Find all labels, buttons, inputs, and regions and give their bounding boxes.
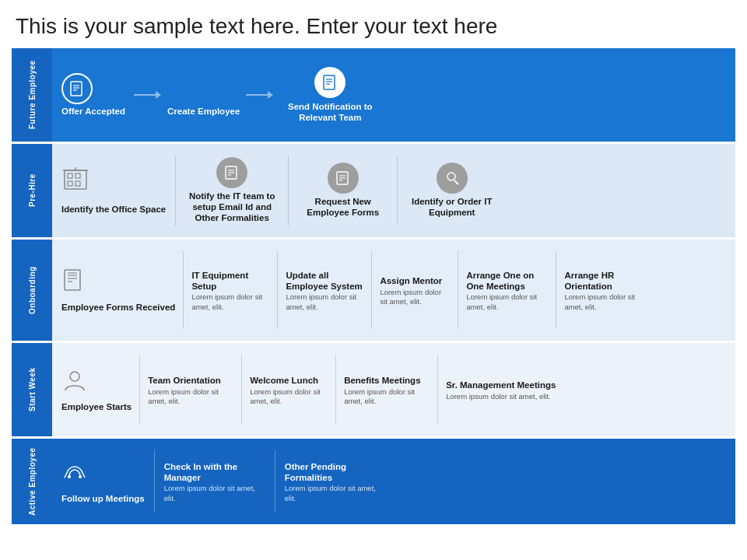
row-content-onboarding: Employee Forms Received IT Equipment Set… xyxy=(52,240,735,341)
connector-1 xyxy=(134,91,161,99)
order-it-label: Identify or Order IT Equipment xyxy=(407,197,496,219)
sep-ob-4 xyxy=(458,251,458,329)
benefits-meetings-desc: Lorem ipsum dolor sit amet, elit. xyxy=(344,387,430,407)
step-update-system: Update all Employee System Lorem ipsum d… xyxy=(286,268,363,312)
step-checkin-manager: Check In with the Manager Lorem ipsum do… xyxy=(164,460,265,503)
svg-rect-12 xyxy=(75,181,80,186)
sep-ob-3 xyxy=(371,251,372,329)
step-welcome-lunch: Welcome Lunch Lorem ipsum dolor sit amet… xyxy=(250,373,328,406)
one-on-one-desc: Lorem ipsum dolor sit amet, elit. xyxy=(466,292,548,312)
sep-sw-1 xyxy=(139,355,140,425)
assign-mentor-desc: Lorem ipsum dolor sit amet, elit. xyxy=(380,288,450,307)
sep-2 xyxy=(288,156,289,226)
it-setup-desc: Lorem ipsum dolor sit amet, elit. xyxy=(191,292,269,312)
employee-starts-icon xyxy=(61,367,132,397)
forms-received-icon xyxy=(61,268,175,297)
hr-orientation-label: Arrange HR Orientation xyxy=(564,271,642,292)
row-label-pre-hire: Pre-Hire xyxy=(12,144,52,237)
checkin-manager-desc: Lorem ipsum dolor sit amet, elit. xyxy=(164,484,265,503)
sep-ob-1 xyxy=(183,251,184,329)
step-create-employee: Create Employee xyxy=(167,73,240,117)
sep-ae-1 xyxy=(154,450,155,513)
row-label-active-employee: Active Employee xyxy=(12,439,52,524)
employee-starts-label: Employee Starts xyxy=(61,402,132,413)
svg-line-24 xyxy=(454,180,458,184)
step-one-on-one: Arrange One on One Meetings Lorem ipsum … xyxy=(466,268,548,312)
sep-sw-2 xyxy=(241,355,242,425)
sep-ae-2 xyxy=(275,450,275,513)
request-forms-icon xyxy=(328,163,359,194)
step-it-setup: IT Equipment Setup Lorem ipsum dolor sit… xyxy=(191,268,269,312)
assign-mentor-label: Assign Mentor xyxy=(380,276,450,287)
notify-it-icon xyxy=(216,157,247,188)
step-team-orientation: Team Orientation Lorem ipsum dolor sit a… xyxy=(148,373,233,406)
row-content-active-employee: Follow up Meetings Check In with the Man… xyxy=(52,439,735,524)
hr-orientation-desc: Lorem ipsum dolor sit amet, elit. xyxy=(564,292,642,312)
row-label-future-employee: Future Employee xyxy=(12,48,52,142)
svg-point-23 xyxy=(447,173,455,180)
step-employee-starts: Employee Starts xyxy=(61,367,132,413)
row-content-future-employee: Offer Accepted Create Employee xyxy=(52,48,735,142)
step-request-forms: Request New Employee Forms xyxy=(298,163,388,219)
row-content-pre-hire: Identify the Office Space Notify the IT … xyxy=(52,144,735,237)
update-system-label: Update all Employee System xyxy=(286,271,363,292)
row-label-start-week: Start Week xyxy=(12,343,52,436)
step-notify-it: Notify the IT team to setup Email Id and… xyxy=(185,157,279,223)
update-system-desc: Lorem ipsum dolor sit amet, elit. xyxy=(286,292,363,312)
step-pending-formalities: Other Pending Formalities Lorem ipsum do… xyxy=(285,460,386,503)
svg-point-31 xyxy=(68,475,71,478)
pending-formalities-label: Other Pending Formalities xyxy=(285,462,386,484)
one-on-one-label: Arrange One on One Meetings xyxy=(466,271,548,292)
row-onboarding: Onboarding Employee Forms Received IT Eq… xyxy=(12,240,735,341)
step-identify-office: Identify the Office Space xyxy=(61,166,166,215)
team-orientation-label: Team Orientation xyxy=(148,376,233,387)
it-setup-label: IT Equipment Setup xyxy=(191,271,269,292)
forms-received-label: Employee Forms Received xyxy=(61,303,175,313)
followup-meetings-label: Follow up Meetings xyxy=(61,494,145,505)
offer-accepted-label: Offer Accepted xyxy=(61,107,128,117)
step-benefits-meetings: Benefits Meetings Lorem ipsum dolor sit … xyxy=(344,373,430,406)
row-active-employee: Active Employee Follow up Meetings Check… xyxy=(12,439,735,524)
connector-2 xyxy=(246,91,273,99)
create-employee-label: Create Employee xyxy=(167,107,240,117)
step-sr-management: Sr. Management Meetings Lorem ipsum dolo… xyxy=(446,378,556,401)
row-start-week: Start Week Employee Starts Team Orientat… xyxy=(12,343,735,436)
row-future-employee: Future Employee Offer Accepted Create xyxy=(12,48,735,142)
welcome-lunch-desc: Lorem ipsum dolor sit amet, elit. xyxy=(250,387,328,407)
sep-sw-4 xyxy=(437,355,438,425)
step-forms-received: Employee Forms Received xyxy=(61,268,175,313)
sr-management-desc: Lorem ipsum dolor sit amet, elit. xyxy=(446,392,556,401)
svg-rect-10 xyxy=(75,173,80,178)
sr-management-label: Sr. Management Meetings xyxy=(446,380,556,391)
sep-sw-3 xyxy=(335,355,336,425)
welcome-lunch-label: Welcome Lunch xyxy=(250,376,328,387)
offer-accepted-icon xyxy=(61,73,93,104)
checkin-manager-label: Check In with the Manager xyxy=(164,462,265,484)
svg-rect-9 xyxy=(68,173,72,178)
step-hr-orientation: Arrange HR Orientation Lorem ipsum dolor… xyxy=(564,268,642,312)
step-send-notification: Send Notification to Relevant Team xyxy=(279,67,381,124)
svg-rect-0 xyxy=(71,82,82,96)
svg-point-30 xyxy=(70,372,79,381)
sep-1 xyxy=(175,156,176,226)
step-order-it: Identify or Order IT Equipment xyxy=(407,163,496,219)
send-notification-icon xyxy=(314,67,345,98)
step-assign-mentor: Assign Mentor Lorem ipsum dolor sit amet… xyxy=(380,274,450,306)
request-forms-label: Request New Employee Forms xyxy=(298,197,388,219)
row-pre-hire: Pre-Hire Identify the Office Space xyxy=(12,144,735,237)
row-label-onboarding: Onboarding xyxy=(12,240,52,341)
team-orientation-desc: Lorem ipsum dolor sit amet, elit. xyxy=(148,387,233,407)
svg-rect-11 xyxy=(68,181,72,186)
step-offer-accepted: Offer Accepted xyxy=(61,73,128,117)
svg-point-32 xyxy=(79,475,82,478)
row-content-start-week: Employee Starts Team Orientation Lorem i… xyxy=(52,343,735,436)
followup-meetings-icon xyxy=(61,459,145,488)
sep-ob-2 xyxy=(277,251,278,329)
notify-it-label: Notify the IT team to setup Email Id and… xyxy=(185,191,279,223)
identify-office-icon xyxy=(61,166,166,199)
order-it-icon xyxy=(437,163,468,194)
send-notification-label: Send Notification to Relevant Team xyxy=(279,102,381,124)
sep-3 xyxy=(397,156,398,226)
pending-formalities-desc: Lorem ipsum dolor sit amet, elit. xyxy=(285,484,386,503)
benefits-meetings-label: Benefits Meetings xyxy=(344,376,430,387)
